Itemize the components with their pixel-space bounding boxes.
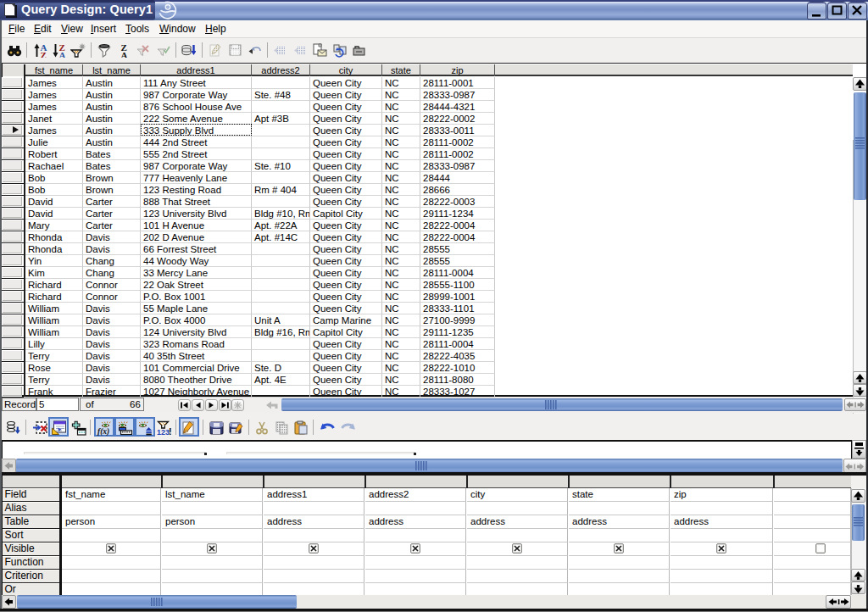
svg-text:!: ! <box>169 426 172 437</box>
svg-text:Z: Z <box>41 50 47 58</box>
svg-text:123: 123 <box>157 428 170 437</box>
svg-text:f(x): f(x) <box>97 427 109 436</box>
svg-text:A: A <box>59 50 66 58</box>
svg-text:A: A <box>121 50 128 58</box>
